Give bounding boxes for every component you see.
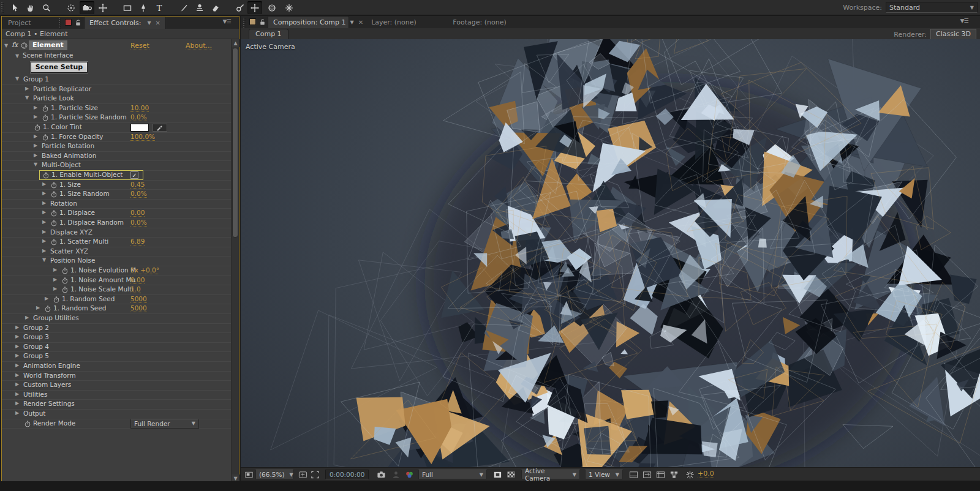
roto-brush-tool[interactable]: [233, 1, 247, 14]
stopwatch-icon[interactable]: [50, 219, 58, 227]
disclosure-icon[interactable]: ▶: [15, 400, 19, 406]
param-value[interactable]: 0.00: [130, 276, 145, 284]
param-row[interactable]: ▶Group Utilities: [2, 314, 231, 323]
disclosure-icon[interactable]: ▼: [42, 257, 46, 263]
disclosure-icon[interactable]: ▶: [15, 372, 19, 378]
disclosure-icon[interactable]: ▼: [15, 53, 19, 59]
rectangle-tool[interactable]: [120, 1, 135, 14]
stopwatch-icon[interactable]: [53, 296, 60, 304]
disclosure-icon[interactable]: ▼: [25, 95, 29, 100]
tab-layer[interactable]: Layer: (none): [360, 16, 428, 28]
param-value[interactable]: 0.0%: [130, 113, 147, 121]
panel-menu-icon[interactable]: ▼☰: [221, 18, 233, 27]
stopwatch-icon[interactable]: [61, 286, 69, 294]
tab-project[interactable]: Project: [3, 17, 55, 29]
type-tool[interactable]: T: [152, 1, 167, 14]
magnification-select[interactable]: (66.5%)▼: [255, 470, 293, 479]
param-row[interactable]: ▼Position Noise: [2, 257, 231, 266]
param-row[interactable]: ▶Group 5: [2, 352, 231, 361]
disclosure-icon[interactable]: ▶: [34, 143, 37, 148]
stopwatch-icon[interactable]: [50, 190, 58, 198]
param-value[interactable]: 0.0%: [130, 190, 147, 198]
param-value[interactable]: 100.0%: [130, 133, 155, 141]
color-swatch[interactable]: [130, 124, 149, 132]
param-row[interactable]: ▶1. Size0.45: [2, 181, 231, 190]
param-row[interactable]: ▶Group 3: [2, 333, 231, 342]
chevron-down-icon[interactable]: ▼: [147, 20, 151, 26]
param-row[interactable]: ▶Group 2: [2, 324, 231, 333]
about-link[interactable]: About...: [186, 42, 212, 50]
stopwatch-icon[interactable]: [42, 105, 49, 113]
snapshot-button[interactable]: [377, 470, 386, 479]
tab-footage[interactable]: Footage: (none): [443, 16, 516, 28]
param-row[interactable]: ▼Group 1: [2, 75, 231, 84]
param-row[interactable]: Render ModeFull Render▼: [2, 419, 231, 429]
world-axis-button[interactable]: [265, 1, 279, 14]
exposure-button[interactable]: [685, 470, 695, 479]
checkbox[interactable]: ✓: [130, 171, 138, 179]
disclosure-icon[interactable]: ▶: [42, 219, 46, 225]
stopwatch-icon[interactable]: [42, 114, 49, 122]
viewport[interactable]: Active Camera: [241, 39, 980, 467]
param-row[interactable]: ▶1. Force Opacity100.0%: [2, 133, 231, 142]
param-value[interactable]: 0.00: [130, 209, 145, 217]
workspace-select[interactable]: Standard ▼: [886, 2, 978, 13]
disclosure-icon[interactable]: ▶: [15, 353, 19, 358]
param-value[interactable]: 1.0: [130, 285, 141, 293]
tab-grip[interactable]: [243, 18, 247, 28]
viewer-color-swatch[interactable]: [65, 19, 72, 26]
param-row[interactable]: ▶Displace XYZ: [2, 228, 231, 238]
param-row[interactable]: ▶1. Particle Size10.00: [2, 104, 231, 113]
selection-tool[interactable]: [7, 1, 22, 14]
disclosure-icon[interactable]: ▶: [15, 343, 19, 349]
param-value[interactable]: 0x +0.0°: [130, 266, 159, 274]
channels-button[interactable]: [405, 470, 414, 479]
param-row[interactable]: ▶Particle Replicator: [2, 85, 231, 94]
stopwatch-icon[interactable]: [44, 305, 51, 313]
param-value[interactable]: 0.45: [130, 181, 145, 189]
renderer-button[interactable]: Classic 3D: [930, 29, 976, 40]
param-row[interactable]: ▶1. Size Random0.0%: [2, 190, 231, 199]
disclosure-icon[interactable]: ▼: [34, 162, 37, 167]
stopwatch-icon[interactable]: [42, 171, 50, 179]
effect-name[interactable]: Element: [29, 40, 67, 50]
param-value[interactable]: 0.0%: [130, 219, 147, 227]
param-row[interactable]: ▶Utilities: [2, 391, 231, 400]
stopwatch-icon[interactable]: [61, 277, 69, 285]
disclosure-icon[interactable]: ▶: [25, 86, 29, 91]
pen-tool[interactable]: [136, 1, 151, 14]
orbit-camera-tool[interactable]: [64, 1, 78, 14]
disclosure-icon[interactable]: ▶: [53, 286, 57, 291]
checkerboard-button[interactable]: [507, 470, 516, 479]
view-layout-select[interactable]: 1 View▼: [585, 470, 623, 479]
stopwatch-icon[interactable]: [24, 420, 31, 428]
disclosure-icon[interactable]: ▶: [42, 248, 46, 253]
scrollbar[interactable]: ▲ ▼: [231, 39, 239, 482]
param-row[interactable]: ▶1. Noise Scale Multi1.0: [2, 285, 231, 294]
pixel-aspect-button[interactable]: [643, 470, 652, 479]
disclosure-icon[interactable]: ▶: [15, 391, 19, 397]
disclosure-icon[interactable]: ▼: [15, 76, 19, 81]
param-row[interactable]: ▶Scatter XYZ: [2, 247, 231, 257]
disclosure-icon[interactable]: ▶: [53, 277, 57, 282]
param-row[interactable]: ▶Animation Engine: [2, 362, 231, 371]
param-value[interactable]: 10.00: [130, 104, 149, 112]
param-row[interactable]: ▶Group 4: [2, 343, 231, 352]
disclosure-icon[interactable]: ▶: [25, 315, 29, 320]
param-row[interactable]: ▶World Transform: [2, 372, 231, 381]
stopwatch-icon[interactable]: [61, 267, 69, 275]
param-row[interactable]: 1. Color Tint: [2, 123, 231, 132]
view-select[interactable]: Active Camera▼: [521, 470, 580, 479]
param-row[interactable]: ▶1. Random Seed5000: [2, 304, 231, 313]
panel-menu-icon[interactable]: ▼☰: [958, 18, 970, 26]
stopwatch-icon[interactable]: [50, 238, 58, 246]
effect-header[interactable]: ▼ fx Element Reset About...: [2, 40, 231, 51]
chevron-down-icon[interactable]: ▼: [350, 20, 354, 25]
clone-stamp-tool[interactable]: [192, 1, 207, 14]
param-row[interactable]: ▼Particle Look: [2, 94, 231, 103]
eyedropper-button[interactable]: [153, 124, 167, 132]
timecode-field[interactable]: 0:00:00:00: [325, 470, 369, 479]
show-snapshot-button[interactable]: [391, 470, 401, 479]
scrollbar-thumb[interactable]: [232, 48, 238, 238]
pan-behind-tool[interactable]: [96, 1, 110, 14]
